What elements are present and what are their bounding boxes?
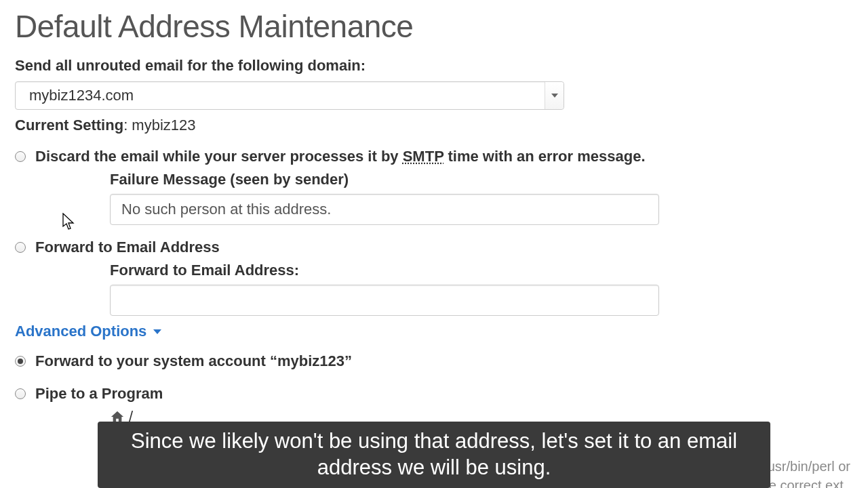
- smtp-abbr: SMTP: [403, 148, 444, 165]
- radio-pipe-label: Pipe to a Program: [35, 385, 163, 403]
- current-setting: Current Setting: mybiz123: [15, 117, 853, 134]
- forward-email-input[interactable]: [110, 285, 659, 316]
- radio-system-account[interactable]: [15, 356, 26, 367]
- failure-message-value: No such person at this address.: [121, 201, 331, 218]
- radio-system-account-label: Forward to your system account “mybiz123…: [35, 352, 352, 370]
- domain-select-label: Send all unrouted email for the followin…: [15, 57, 853, 75]
- current-setting-label: Current Setting: [15, 117, 123, 134]
- radio-forward[interactable]: [15, 242, 26, 253]
- radio-pipe[interactable]: [15, 388, 26, 399]
- forward-field-label: Forward to Email Address:: [110, 262, 853, 279]
- domain-select[interactable]: mybiz1234.com: [15, 81, 564, 110]
- advanced-options-label: Advanced Options: [15, 323, 146, 340]
- dropdown-caret-icon: [545, 82, 564, 109]
- advanced-options-toggle[interactable]: Advanced Options: [15, 323, 161, 340]
- radio-forward-label: Forward to Email Address: [35, 239, 220, 256]
- radio-discard[interactable]: [15, 151, 26, 162]
- chevron-down-icon: [153, 329, 161, 334]
- domain-select-value: mybiz1234.com: [29, 87, 134, 104]
- failure-message-input[interactable]: No such person at this address.: [110, 194, 659, 225]
- page-title: Default Address Maintenance: [15, 8, 853, 45]
- radio-discard-label: Discard the email while your server proc…: [35, 148, 646, 165]
- failure-message-label: Failure Message (seen by sender): [110, 171, 853, 188]
- tutorial-caption: Since we likely won't be using that addr…: [98, 422, 770, 488]
- current-setting-value: mybiz123: [132, 117, 195, 134]
